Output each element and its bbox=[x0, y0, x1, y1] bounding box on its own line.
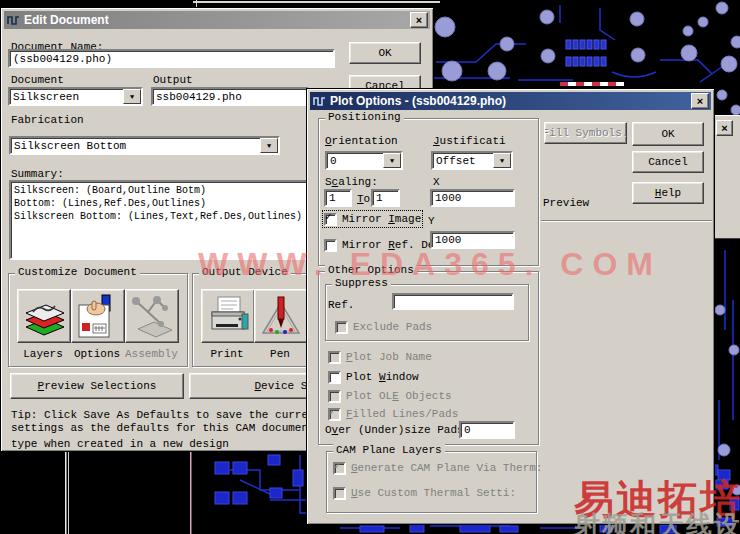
exclude-pads-checkbox: ✓ Exclude Pads bbox=[335, 320, 432, 334]
assembly-label: Assembly bbox=[125, 348, 177, 360]
plot-options-close-icon[interactable]: × bbox=[691, 93, 709, 109]
print-label: Print bbox=[201, 348, 253, 360]
print-button[interactable] bbox=[201, 289, 255, 343]
plot-options-titlebar[interactable]: Plot Options - (ssb004129.pho) × bbox=[310, 92, 711, 110]
checkbox-box: ✓ bbox=[333, 487, 346, 500]
document-name-input[interactable] bbox=[8, 49, 335, 68]
to-label: To bbox=[357, 193, 370, 205]
assembly-icon bbox=[128, 293, 176, 339]
tip-line: type when created in a new design bbox=[11, 438, 229, 450]
checkbox-box: ✓ bbox=[328, 408, 341, 421]
chevron-down-icon[interactable]: ▼ bbox=[493, 153, 511, 168]
edit-document-close-icon[interactable]: × bbox=[410, 12, 428, 28]
suppress-ref-label: Ref. bbox=[328, 299, 354, 311]
preview-separator bbox=[541, 220, 712, 222]
checkbox-box: ✓ bbox=[328, 390, 341, 403]
ok-button[interactable]: OK bbox=[349, 42, 421, 64]
preview-label: Preview bbox=[543, 197, 589, 209]
cancel-button[interactable]: Cancel bbox=[632, 151, 704, 173]
output-label: Output bbox=[153, 74, 193, 86]
customize-document-label: Customize Document bbox=[15, 266, 140, 278]
output-input[interactable] bbox=[151, 87, 309, 106]
app-icon bbox=[6, 13, 20, 27]
plot-ole-objects-checkbox: ✓ Plot OLE Objects bbox=[328, 389, 452, 403]
plot-job-name-checkbox: ✓ Plot Job Name bbox=[328, 350, 432, 364]
check-icon: ✓ bbox=[329, 405, 336, 418]
summary-line: Bottom: (Lines,Ref.Des,Outlines) bbox=[14, 197, 307, 210]
assembly-button bbox=[125, 289, 179, 343]
checkbox-box: ✓ bbox=[333, 462, 346, 475]
justification-label: Justificati bbox=[433, 135, 506, 147]
mirror-image-checkbox[interactable]: ✓ Mirror Image bbox=[324, 212, 421, 226]
checkbox-box: ✓ bbox=[328, 351, 341, 364]
generate-cam-plane-checkbox: ✓ Generate CAM Plane Via Therm: bbox=[333, 461, 542, 475]
document-combo[interactable]: Silkscreen ▼ bbox=[8, 87, 143, 106]
x-input[interactable] bbox=[430, 189, 515, 207]
orientation-combo[interactable]: 0 ▼ bbox=[325, 151, 403, 170]
plot-window-checkbox[interactable]: ✓ Plot Window bbox=[328, 370, 419, 384]
preview-selections-button[interactable]: Preview Selections bbox=[10, 373, 184, 399]
scale-to-input[interactable] bbox=[371, 189, 400, 207]
options-label: Options bbox=[71, 348, 123, 360]
layers-label: Layers bbox=[17, 348, 69, 360]
check-icon: ✓ bbox=[325, 210, 332, 223]
tip-line: settings as the defaults for this CAM do… bbox=[11, 422, 315, 434]
pen-plotter-icon bbox=[257, 293, 305, 339]
y-label: Y bbox=[428, 215, 435, 227]
document-label: Document bbox=[11, 74, 64, 86]
check-icon: ✓ bbox=[334, 459, 341, 472]
pen-label: Pen bbox=[254, 348, 306, 360]
plot-options-dialog: Plot Options - (ssb004129.pho) × Positio… bbox=[306, 88, 715, 525]
ok-button[interactable]: OK bbox=[632, 122, 704, 146]
suppress-ref-input[interactable] bbox=[392, 293, 514, 310]
scale-from-input[interactable] bbox=[324, 189, 352, 207]
app-icon bbox=[312, 94, 326, 108]
pen-button[interactable] bbox=[254, 289, 308, 343]
checkbox-box: ✓ bbox=[335, 321, 348, 334]
x-label: X bbox=[433, 176, 440, 188]
plot-options-title: Plot Options - (ssb004129.pho) bbox=[330, 94, 691, 108]
justification-value: Offset bbox=[433, 155, 493, 167]
oversize-pads-input[interactable] bbox=[459, 421, 515, 439]
chevron-down-icon[interactable]: ▼ bbox=[123, 89, 141, 104]
tip-line: Tip: Click Save As Defaults to save the … bbox=[11, 409, 321, 421]
checkbox-box[interactable]: ✓ bbox=[324, 213, 337, 226]
background-window-close-icon[interactable]: × bbox=[716, 120, 733, 136]
edit-document-titlebar[interactable]: Edit Document × bbox=[4, 11, 430, 29]
screen: × Edit Document × Document Name: OK Canc… bbox=[0, 0, 740, 534]
background-window-fragment: × bbox=[712, 115, 740, 239]
fabrication-combo-value: Silkscreen Bottom bbox=[11, 140, 260, 152]
options-button[interactable] bbox=[71, 289, 125, 343]
summary-line: Silkscreen: (Board,Outline Botm) bbox=[14, 184, 307, 197]
filled-lines-pads-checkbox: ✓ Filled Lines/Pads bbox=[328, 407, 458, 421]
summary-line: Silkscreen Bottom: (Lines,Text,Ref.Des,O… bbox=[14, 210, 307, 223]
orientation-label: Orientation bbox=[325, 135, 398, 147]
watermark-site: WWW. EDA365. COM bbox=[198, 246, 662, 283]
printer-icon bbox=[204, 293, 252, 339]
options-icon bbox=[74, 293, 122, 339]
use-custom-thermal-checkbox: ✓ Use Custom Thermal Setti: bbox=[333, 486, 516, 500]
checkbox-box[interactable]: ✓ bbox=[328, 371, 341, 384]
orientation-value: 0 bbox=[327, 155, 383, 167]
layers-icon bbox=[20, 293, 68, 339]
fabrication-combo[interactable]: Silkscreen Bottom ▼ bbox=[9, 136, 280, 155]
oversize-pads-label: Over (Under)size Pads bbox=[325, 424, 464, 436]
justification-combo[interactable]: Offset ▼ bbox=[431, 151, 513, 170]
chevron-down-icon[interactable]: ▼ bbox=[383, 153, 401, 168]
watermark-slogan: 射频和天线设计专家 bbox=[574, 508, 740, 534]
summary-label: Summary: bbox=[11, 168, 64, 180]
positioning-label: Positioning bbox=[325, 111, 404, 123]
document-combo-value: Silkscreen bbox=[10, 91, 123, 103]
help-button[interactable]: Help bbox=[632, 182, 704, 204]
fill-symbols-button: Fill Symbols. bbox=[544, 122, 627, 144]
cam-plane-layers-label: CAM Plane Layers bbox=[333, 444, 445, 456]
scaling-label: Scaling: bbox=[325, 176, 378, 188]
fabrication-label: Fabrication bbox=[11, 114, 84, 126]
edit-document-title: Edit Document bbox=[24, 13, 410, 27]
chevron-down-icon[interactable]: ▼ bbox=[260, 138, 278, 153]
layers-button[interactable] bbox=[17, 289, 71, 343]
